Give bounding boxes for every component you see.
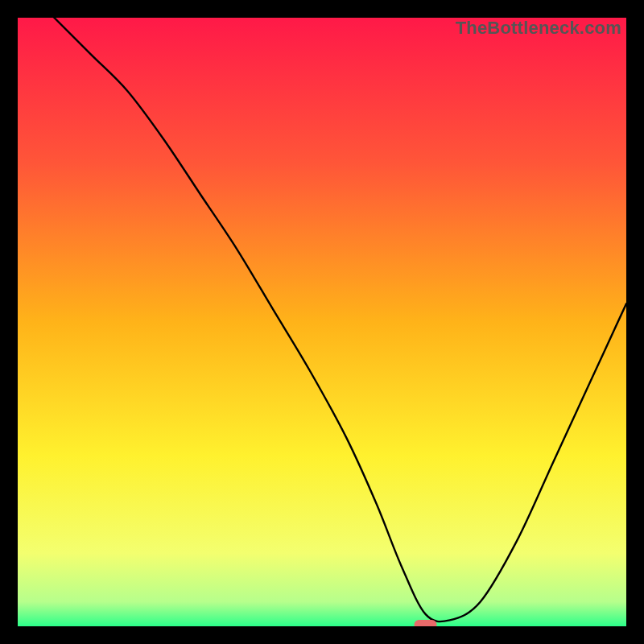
gradient-background xyxy=(18,18,626,626)
chart-frame: TheBottleneck.com xyxy=(0,0,644,644)
watermark-text: TheBottleneck.com xyxy=(456,18,621,39)
plot-area: TheBottleneck.com xyxy=(18,18,626,626)
optimal-marker xyxy=(415,620,437,626)
chart-svg xyxy=(18,18,626,626)
